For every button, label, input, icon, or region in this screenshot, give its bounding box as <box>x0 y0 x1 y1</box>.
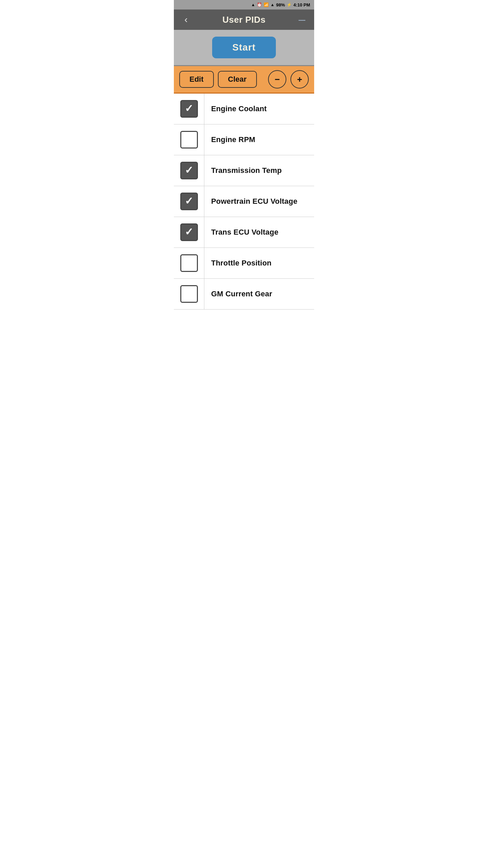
pid-label-3: Transmission Temp <box>204 166 288 175</box>
checkbox-area-1[interactable]: ✓ <box>174 94 204 124</box>
pid-list: ✓Engine CoolantEngine RPM✓Transmission T… <box>174 94 314 310</box>
start-area: Start <box>174 30 314 66</box>
checkbox-area-2[interactable] <box>174 124 204 155</box>
pid-label-2: Engine RPM <box>204 135 262 144</box>
remove-button[interactable]: − <box>268 70 286 88</box>
pid-label-6: Throttle Position <box>204 259 278 268</box>
list-item: ✓Engine Coolant <box>174 94 314 124</box>
pid-label-7: GM Current Gear <box>204 290 279 298</box>
checkbox-area-3[interactable]: ✓ <box>174 155 204 186</box>
pid-label-1: Engine Coolant <box>204 104 273 113</box>
checkbox-4[interactable]: ✓ <box>180 193 198 210</box>
empty-space <box>174 310 314 350</box>
checkbox-7[interactable] <box>180 285 198 303</box>
status-icons: ▲ ⏰ 📶 ▲ 98% ⚡ 4:10 PM <box>251 2 310 7</box>
charging-icon: ⚡ <box>287 2 292 7</box>
list-item: Engine RPM <box>174 124 314 155</box>
list-item: GM Current Gear <box>174 279 314 310</box>
wifi-icon: 📶 <box>264 2 269 7</box>
checkmark-icon: ✓ <box>185 103 193 114</box>
pid-label-5: Trans ECU Voltage <box>204 228 285 237</box>
checkbox-1[interactable]: ✓ <box>180 100 198 118</box>
battery-text: 98% <box>276 2 285 7</box>
list-item: ✓Powertrain ECU Voltage <box>174 186 314 217</box>
checkbox-6[interactable] <box>180 254 198 272</box>
list-item: Throttle Position <box>174 248 314 279</box>
start-button[interactable]: Start <box>212 37 276 58</box>
checkmark-icon: ✓ <box>185 165 193 175</box>
status-bar: ▲ ⏰ 📶 ▲ 98% ⚡ 4:10 PM <box>174 0 314 9</box>
nav-bar: ‹ User PIDs — <box>174 9 314 30</box>
pid-label-4: Powertrain ECU Voltage <box>204 197 304 206</box>
checkbox-3[interactable]: ✓ <box>180 162 198 179</box>
checkbox-5[interactable]: ✓ <box>180 223 198 241</box>
page-title: User PIDs <box>222 15 265 25</box>
checkbox-area-7[interactable] <box>174 279 204 309</box>
checkbox-area-5[interactable]: ✓ <box>174 217 204 248</box>
list-item: ✓Transmission Temp <box>174 155 314 186</box>
alarm-icon: ⏰ <box>257 2 262 7</box>
menu-button[interactable]: — <box>295 16 309 24</box>
edit-button[interactable]: Edit <box>179 71 214 88</box>
time-text: 4:10 PM <box>293 2 310 7</box>
back-button[interactable]: ‹ <box>179 14 193 25</box>
clear-button[interactable]: Clear <box>218 71 257 88</box>
checkbox-area-6[interactable] <box>174 248 204 278</box>
toolbar: Edit Clear − + <box>174 66 314 94</box>
checkmark-icon: ✓ <box>185 227 193 237</box>
checkmark-icon: ✓ <box>185 196 193 206</box>
signal-icon: ▲ <box>270 2 274 7</box>
bluetooth-icon: ▲ <box>251 2 255 7</box>
add-button[interactable]: + <box>290 70 309 88</box>
checkbox-area-4[interactable]: ✓ <box>174 186 204 217</box>
checkbox-2[interactable] <box>180 131 198 149</box>
list-item: ✓Trans ECU Voltage <box>174 217 314 248</box>
